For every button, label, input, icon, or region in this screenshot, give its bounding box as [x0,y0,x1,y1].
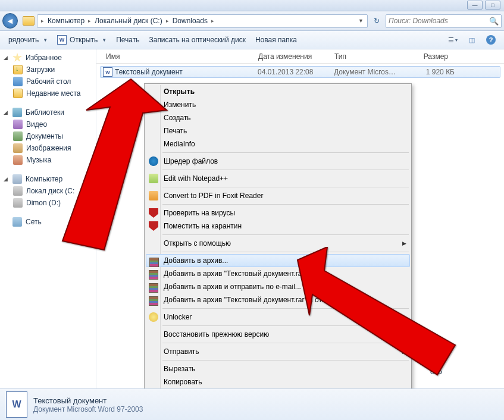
ctx-add-to-named-archive[interactable]: Добавить в архив "Текстовый документ.rar… [146,267,410,280]
ctx-archive-named-and-email[interactable]: Добавить в архив "Текстовый документ.rar… [146,293,410,306]
ctx-unlocker[interactable]: Unlocker [146,311,410,324]
window-titlebar: — □ [0,0,504,11]
submenu-arrow-icon: ▶ [402,349,406,355]
menu-separator [162,234,409,235]
breadcrumb-computer[interactable]: Компьютер [46,17,86,25]
sidebar-item-recent[interactable]: Недавние места [0,87,96,99]
ctx-open[interactable]: Открыть [146,85,410,98]
truncated-text: ово [430,368,442,376]
column-headers[interactable]: Имя Дата изменения Тип Размер [96,49,504,64]
column-name[interactable]: Имя [102,52,255,61]
winrar-icon [149,258,159,267]
sidebar-item-music[interactable]: Музыка [0,154,96,166]
winrar-icon [149,283,158,293]
file-row-selected[interactable]: W Текстовый документ 04.01.2013 22:08 До… [100,66,500,78]
ctx-archive-and-email[interactable]: Добавить в архив и отправить по e-mail..… [146,280,410,293]
search-box[interactable]: 🔍 [386,14,502,28]
preview-pane-button[interactable]: ◫ [464,33,480,46]
chevron-down-icon: ▼ [43,37,48,43]
disk-icon [13,198,23,208]
organize-button[interactable]: рядочить▼ [5,33,51,47]
menu-separator [162,152,409,153]
images-icon [13,143,23,153]
column-type[interactable]: Тип [331,52,401,61]
status-filename: Текстовый документ [33,396,143,405]
view-options-button[interactable]: ☰▾ [444,33,461,46]
sidebar-item-video[interactable]: Видео [0,118,96,130]
status-bar: W Текстовый документ Документ Microsoft … [0,388,504,420]
foxit-icon [149,191,158,200]
chevron-right-icon: ▸ [210,18,215,24]
ctx-mediainfo[interactable]: MediaInfo [146,137,410,151]
winrar-icon [149,296,158,306]
chevron-right-icon: ▸ [87,18,92,24]
breadcrumb-downloads[interactable]: Downloads [171,17,209,25]
ctx-notepadpp[interactable]: Edit with Notepad++ [146,172,410,185]
refresh-button[interactable]: ↻ [370,14,383,27]
chevron-right-icon: ▸ [40,18,45,24]
minimize-button[interactable]: — [467,1,483,10]
print-button[interactable]: Печать [112,33,143,47]
ctx-create[interactable]: Создать [146,111,410,124]
sidebar-favorites[interactable]: ◢Избранное [0,52,96,64]
help-button[interactable]: ? [483,33,499,46]
kaspersky-icon [149,221,158,231]
sidebar-item-localdisk[interactable]: Локал диск (C: [0,185,96,197]
video-icon [13,120,23,129]
ccleaner-icon [149,156,158,166]
sidebar-item-downloads[interactable]: Загрузки [0,64,96,76]
ctx-open-with[interactable]: Открыть с помощью▶ [146,237,410,250]
column-date[interactable]: Дата изменения [255,52,331,61]
ctx-av-quarantine[interactable]: Поместить на карантин [146,220,410,233]
menu-separator [162,325,409,326]
notepadpp-icon [149,174,158,183]
menu-separator [162,170,409,170]
burn-button[interactable]: Записать на оптический диск [145,33,249,47]
ctx-copy[interactable]: Копировать [146,375,410,388]
ctx-cut[interactable]: Вырезать [146,362,410,375]
sidebar-item-desktop[interactable]: Рабочий стол [0,76,96,87]
column-size[interactable]: Размер [401,52,452,61]
file-name: Текстовый документ [115,68,258,76]
sidebar-computer[interactable]: ◢Компьютер [0,173,96,185]
address-bar: ◄ ▸ Компьютер ▸ Локальный диск (C:) ▸ Do… [0,11,504,31]
command-toolbar: рядочить▼ W Открыть▼ Печать Записать на … [0,31,504,49]
open-button[interactable]: W Открыть▼ [54,33,110,47]
menu-separator [162,187,409,187]
ctx-shredder[interactable]: Шредер файлов [146,155,410,168]
submenu-arrow-icon: ▶ [402,240,406,246]
newfolder-button[interactable]: Новая папка [252,33,300,47]
maximize-button[interactable]: □ [485,1,500,10]
desktop-icon [13,77,23,86]
sidebar-item-images[interactable]: Изображения [0,142,96,154]
disk-icon [13,186,23,196]
sidebar-item-dimon[interactable]: Dimon (D:) [0,197,96,209]
music-icon [13,155,23,165]
sidebar-libraries[interactable]: ◢Библиотеки [0,106,96,118]
navigation-sidebar: ◢Избранное Загрузки Рабочий стол Недавни… [0,49,96,388]
chevron-down-icon: ▾ [455,37,458,43]
menu-separator [162,308,409,309]
ctx-edit[interactable]: Изменить [146,98,410,111]
ctx-av-check[interactable]: Проверить на вирусы [146,206,410,220]
ctx-send-to[interactable]: Отправить▶ [146,345,410,358]
ctx-print[interactable]: Печать [146,124,410,137]
ctx-add-to-archive[interactable]: Добавить в архив... [146,254,410,267]
collapse-icon: ◢ [4,176,9,182]
sidebar-item-documents[interactable]: Документы [0,130,96,142]
search-input[interactable] [386,17,487,25]
recent-icon [13,89,23,98]
menu-separator [162,343,409,343]
menu-separator [162,204,409,205]
breadcrumb[interactable]: ▸ Компьютер ▸ Локальный диск (C:) ▸ Down… [37,14,368,28]
back-button[interactable]: ◄ [2,13,18,29]
kaspersky-icon [149,208,158,218]
downloads-icon [13,65,23,74]
search-icon: 🔍 [487,17,501,26]
chevron-down-icon[interactable]: ▼ [357,18,365,24]
ctx-restore-previous[interactable]: Восстановить прежнюю версию [146,328,410,341]
winrar-icon [149,270,158,280]
breadcrumb-localdisk[interactable]: Локальный диск (C:) [93,17,164,25]
ctx-foxit[interactable]: Convert to PDF in Foxit Reader [146,189,410,202]
sidebar-network[interactable]: ▸Сеть [0,216,96,228]
